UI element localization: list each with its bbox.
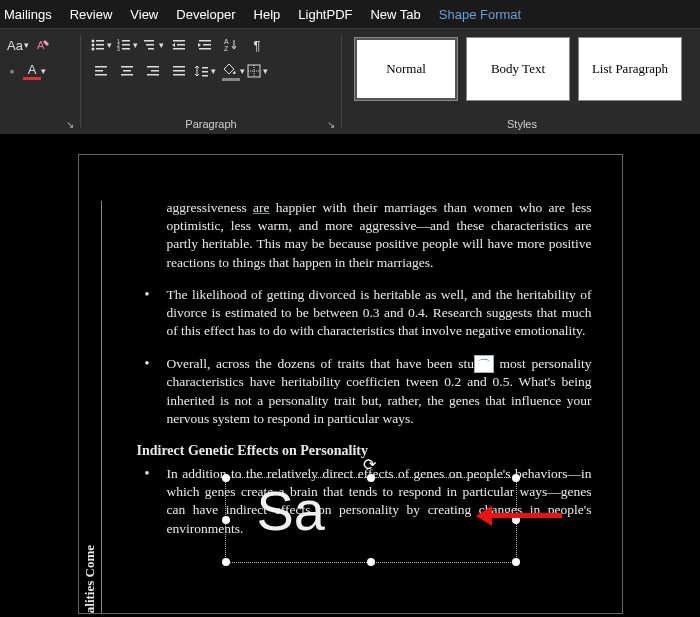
svg-rect-6	[96, 48, 104, 50]
align-right-button[interactable]	[141, 59, 165, 83]
svg-rect-16	[173, 40, 185, 42]
font-dialog-launcher[interactable]: ↘	[66, 119, 74, 130]
svg-rect-34	[173, 70, 185, 72]
svg-text:A: A	[224, 38, 229, 45]
svg-point-3	[92, 44, 95, 47]
shading-button[interactable]: ▾	[219, 59, 243, 83]
menu-view[interactable]: View	[130, 7, 158, 22]
numbering-button[interactable]: 123▾	[115, 33, 139, 57]
style-list-paragraph[interactable]: List Paragraph	[578, 37, 682, 101]
paragraph-4[interactable]: In addition to the relatively direct eff…	[167, 465, 592, 538]
svg-rect-13	[144, 40, 154, 42]
increase-indent-button[interactable]	[193, 33, 217, 57]
svg-rect-24	[95, 66, 107, 68]
annotation-arrow	[488, 513, 562, 518]
inline-picture-icon[interactable]: ⌒	[474, 355, 494, 373]
svg-rect-26	[95, 74, 107, 76]
svg-rect-15	[148, 48, 154, 50]
sort-button[interactable]: AZ	[219, 33, 243, 57]
menu-help[interactable]: Help	[254, 7, 281, 22]
svg-text:Z: Z	[224, 45, 229, 52]
style-normal[interactable]: Normal	[354, 37, 458, 101]
menu-shape-format[interactable]: Shape Format	[439, 7, 521, 22]
svg-rect-32	[147, 74, 159, 76]
paragraph-group-label: Paragraph ↘	[89, 116, 333, 132]
paragraph-group: ▾ 123▾ ▾ AZ ¶ ▾ ▾ ▾ Pa	[83, 29, 339, 134]
svg-rect-29	[121, 74, 133, 76]
svg-rect-28	[123, 70, 131, 72]
svg-rect-14	[146, 44, 154, 46]
svg-point-5	[92, 48, 95, 51]
menu-lightpdf[interactable]: LightPDF	[298, 7, 352, 22]
paragraph-1[interactable]: aggressiveness are happier with their ma…	[167, 199, 592, 272]
svg-rect-20	[203, 44, 211, 46]
svg-rect-36	[202, 67, 208, 69]
paragraph-dialog-launcher[interactable]: ↘	[327, 119, 335, 130]
svg-rect-19	[199, 40, 211, 42]
svg-rect-30	[147, 66, 159, 68]
svg-point-1	[92, 40, 95, 43]
svg-rect-37	[202, 71, 208, 73]
menu-bar: Mailings Review View Developer Help Ligh…	[0, 0, 700, 28]
style-body-text[interactable]: Body Text	[466, 37, 570, 101]
svg-rect-21	[199, 48, 211, 50]
margin-line	[101, 201, 102, 613]
svg-text:A: A	[37, 39, 45, 51]
svg-rect-2	[96, 40, 104, 42]
svg-rect-18	[173, 48, 185, 50]
page[interactable]: aggressiveness are happier with their ma…	[78, 154, 623, 614]
svg-rect-10	[122, 44, 130, 46]
clear-formatting-button[interactable]: A	[32, 33, 56, 57]
svg-text:3: 3	[117, 46, 120, 52]
section-heading[interactable]: Indirect Genetic Effects on Personality	[137, 442, 592, 461]
document-area[interactable]: aggressiveness are happier with their ma…	[0, 134, 700, 617]
resize-handle[interactable]	[367, 558, 375, 566]
spellcheck-word[interactable]: are	[253, 200, 269, 215]
decrease-indent-button[interactable]	[167, 33, 191, 57]
ribbon: Aa▾ A ▪ A ▾ ↘ ▾ 123▾ ▾	[0, 28, 700, 134]
svg-rect-12	[122, 48, 130, 50]
font-color-button[interactable]: A ▾	[20, 59, 44, 83]
menu-review[interactable]: Review	[70, 7, 113, 22]
change-case-button[interactable]: Aa▾	[6, 33, 30, 57]
justify-button[interactable]	[167, 59, 191, 83]
svg-rect-31	[151, 70, 159, 72]
vertical-side-label: alities Come	[81, 545, 99, 613]
paragraph-3[interactable]: Overall, across the dozens of traits tha…	[167, 355, 592, 429]
align-left-button[interactable]	[89, 59, 113, 83]
bullets-button[interactable]: ▾	[89, 33, 113, 57]
font-group-label: ↘	[6, 116, 72, 132]
show-marks-button[interactable]: ¶	[245, 33, 269, 57]
borders-button[interactable]: ▾	[245, 59, 269, 83]
multilevel-list-button[interactable]: ▾	[141, 33, 165, 57]
menu-newtab[interactable]: New Tab	[370, 7, 420, 22]
resize-handle[interactable]	[222, 558, 230, 566]
styles-group: Normal Body Text List Paragraph Styles	[344, 29, 700, 134]
svg-rect-4	[96, 44, 104, 46]
menu-developer[interactable]: Developer	[176, 7, 235, 22]
font-group: Aa▾ A ▪ A ▾ ↘	[0, 29, 78, 134]
svg-rect-17	[177, 44, 185, 46]
align-center-button[interactable]	[115, 59, 139, 83]
svg-rect-38	[202, 75, 208, 77]
svg-rect-27	[121, 66, 133, 68]
paragraph-2[interactable]: The likelihood of getting divorced is he…	[167, 286, 592, 341]
styles-group-label: Styles	[350, 116, 694, 132]
svg-rect-35	[173, 74, 185, 76]
menu-mailings[interactable]: Mailings	[4, 7, 52, 22]
svg-rect-8	[122, 40, 130, 42]
svg-rect-33	[173, 66, 185, 68]
subscript-button[interactable]: ▪	[6, 59, 18, 83]
resize-handle[interactable]	[512, 558, 520, 566]
svg-rect-25	[95, 70, 103, 72]
line-spacing-button[interactable]: ▾	[193, 59, 217, 83]
